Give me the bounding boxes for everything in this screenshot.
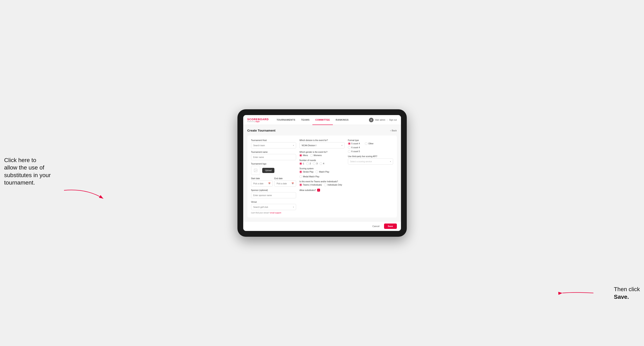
save-button[interactable]: Save (384, 223, 397, 229)
end-date-field: End date 📅 (274, 177, 296, 187)
sign-out-link[interactable]: Sign out (389, 119, 397, 121)
start-date-input[interactable]: 📅 (251, 180, 273, 187)
name-input-wrapper[interactable] (251, 154, 296, 160)
nav-committee[interactable]: COMMITTEE (312, 115, 333, 125)
host-chevron-icon: ▾ (293, 145, 294, 146)
stroke-play-radio[interactable] (300, 171, 302, 173)
format-type-field: Format type 5 count 4 (348, 139, 393, 153)
end-date-input[interactable]: 📅 (274, 180, 296, 187)
scoring-service-select[interactable]: Select a scoring service ▾ (348, 158, 393, 165)
venue-label: Venue (251, 201, 296, 203)
upload-button[interactable]: Upload (262, 168, 274, 173)
format-row-1: 5 count 4 Other (348, 142, 393, 145)
host-label: Tournament Host (251, 139, 296, 142)
api-label: Use third-party live scoring API? (348, 155, 393, 158)
medal-play-radio[interactable] (300, 175, 302, 178)
sponsor-input-wrapper[interactable] (251, 192, 296, 198)
medal-match-play[interactable]: Medal Match Play (300, 175, 319, 178)
annotation-left: Click here to allow the use of substitut… (4, 157, 51, 187)
tournament-host-field: Tournament Host ▾ (251, 139, 296, 149)
event-type-options: Teams (+Individuals) Individuals Only (300, 183, 344, 186)
substitutes-checkbox[interactable]: ✓ (317, 189, 320, 191)
gender-womens[interactable]: Womens (310, 154, 322, 157)
format-row-2: 6 count 4 (348, 146, 393, 149)
cancel-button[interactable]: Cancel (370, 224, 382, 229)
division-value: NCAA Division I (302, 144, 316, 147)
match-play[interactable]: Match Play (316, 171, 329, 173)
venue-field: Venue ▾ Can't find your venue? email sup… (251, 201, 296, 214)
round-2[interactable]: 2 (306, 162, 311, 165)
stroke-play[interactable]: Stroke Play (300, 171, 314, 173)
womens-radio[interactable] (310, 154, 313, 157)
rounds-options: 1 2 3 4 (300, 162, 344, 165)
division-select[interactable]: NCAA Division I ▾ (300, 142, 344, 149)
format-5count4[interactable]: 5 count 4 (348, 142, 360, 145)
sponsor-input[interactable] (253, 194, 294, 196)
nav-teams[interactable]: TEAMS (298, 115, 312, 125)
rounds-field: Number of rounds 1 2 (300, 159, 344, 165)
round-4[interactable]: 4 (320, 162, 324, 165)
division-label: Which division is the event for? (300, 139, 344, 142)
format-row-3: 6 count 5 (348, 150, 393, 153)
round-3-radio[interactable] (313, 162, 316, 165)
host-input[interactable] (253, 144, 293, 147)
sponsor-field: Sponsor (optional) (251, 189, 296, 198)
individuals-radio[interactable] (324, 183, 327, 186)
start-date-text[interactable] (253, 182, 268, 185)
end-date-label: End date (274, 177, 296, 179)
scoring-system-field: Scoring system Stroke Play Match Play (300, 168, 344, 178)
round-4-radio[interactable] (320, 162, 322, 165)
teams-radio[interactable] (300, 183, 302, 186)
name-input[interactable] (253, 156, 294, 158)
page-header: Create Tournament ‹ Back (247, 129, 397, 132)
annotation-right: Then click Save. (614, 286, 640, 301)
round-1-radio[interactable] (300, 162, 302, 165)
5count4-radio[interactable] (348, 142, 350, 145)
gender-mens[interactable]: Mens (300, 154, 308, 157)
mens-radio-dot (300, 155, 302, 156)
venue-chevron-icon: ▾ (293, 206, 294, 208)
nav-tournaments[interactable]: TOURNAMENTS (274, 115, 298, 125)
avatar: B (369, 118, 374, 122)
division-field: Which division is the event for? NCAA Di… (300, 139, 344, 149)
individuals-only[interactable]: Individuals Only (324, 183, 342, 186)
email-support-link[interactable]: email support (270, 212, 281, 214)
arrow-right-icon (558, 288, 596, 298)
form-col-1: Tournament Host ▾ Tournament name (251, 139, 296, 214)
format-6count4[interactable]: 6 count 4 (348, 146, 360, 149)
substitutes-checkbox-item[interactable]: Allow substitutes? ✓ (300, 189, 344, 191)
page-content: Create Tournament ‹ Back Tournament Host… (243, 125, 401, 221)
venue-input[interactable] (253, 206, 293, 208)
scoring-chevron-icon: ▾ (390, 161, 391, 163)
format-other[interactable]: Other (365, 142, 374, 145)
womens-label: Womens (314, 154, 322, 157)
teams-individuals[interactable]: Teams (+Individuals) (300, 183, 322, 186)
gender-options: Mens Womens (300, 154, 344, 157)
form-col-2: Which division is the event for? NCAA Di… (300, 139, 344, 214)
format-options: 5 count 4 Other 6 count 4 (348, 142, 393, 153)
date-row: Start date 📅 End date 📅 (251, 177, 296, 187)
format-6count5[interactable]: 6 count 5 (348, 150, 360, 153)
nav-rankings[interactable]: RANKINGS (333, 115, 352, 125)
arrow-left-icon (62, 186, 107, 203)
logo: SCOREBOARD Powered by clippd (247, 118, 269, 122)
round-1[interactable]: 1 (300, 162, 304, 165)
match-play-radio[interactable] (316, 171, 318, 173)
6count5-radio[interactable] (348, 150, 350, 153)
scoring-options: Stroke Play Match Play Medal Match Play (300, 171, 344, 178)
sponsor-label: Sponsor (optional) (251, 189, 296, 191)
end-date-text[interactable] (277, 182, 292, 185)
event-type-field: Is this event for Teams and/or Individua… (300, 180, 344, 186)
other-radio[interactable] (365, 142, 368, 145)
scoring-placeholder: Select a scoring service (350, 161, 372, 163)
mens-radio[interactable] (300, 154, 302, 157)
6count4-radio[interactable] (348, 146, 350, 149)
tablet-screen: SCOREBOARD Powered by clippd TOURNAMENTS… (243, 115, 401, 231)
gender-label: Which gender is the event for? (300, 151, 344, 153)
navbar: SCOREBOARD Powered by clippd TOURNAMENTS… (243, 115, 401, 125)
host-input-wrapper[interactable]: ▾ (251, 142, 296, 149)
venue-input-wrapper[interactable]: ▾ (251, 204, 296, 210)
round-2-radio[interactable] (306, 162, 309, 165)
round-3[interactable]: 3 (313, 162, 318, 165)
back-button[interactable]: ‹ Back (390, 129, 397, 132)
